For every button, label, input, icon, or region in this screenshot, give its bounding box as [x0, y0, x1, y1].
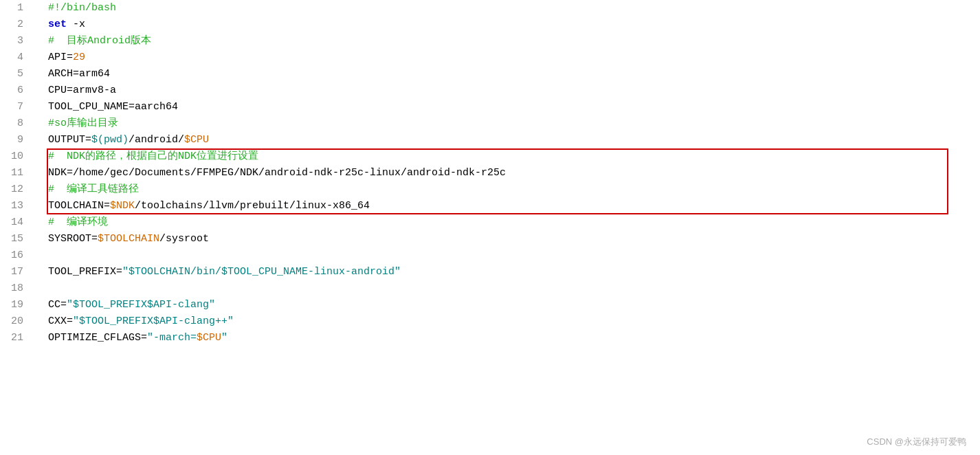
line-number: 15: [0, 231, 34, 247]
line-number: 14: [0, 214, 34, 231]
line-number: 10: [0, 148, 34, 165]
code-line: 3# 目标Android版本: [0, 33, 980, 49]
code-line: 15SYSROOT=$TOOLCHAIN/sysroot: [0, 231, 980, 247]
code-container: 1#!/bin/bash2set -x3# 目标Android版本4API=29…: [0, 0, 980, 455]
line-number: 4: [0, 49, 34, 66]
watermark: CSDN @永远保持可爱鸭: [867, 436, 966, 448]
code-line: 16: [0, 247, 980, 264]
line-number: 1: [0, 0, 34, 16]
line-content: CXX="$TOOL_PREFIX$API-clang++": [34, 313, 980, 330]
line-content: TOOL_PREFIX="$TOOLCHAIN/bin/$TOOL_CPU_NA…: [34, 264, 980, 280]
line-number: 16: [0, 247, 34, 264]
line-content: CPU=armv8-a: [34, 82, 980, 99]
code-line: 8#so库输出目录: [0, 115, 980, 132]
code-line: 20CXX="$TOOL_PREFIX$API-clang++": [0, 313, 980, 330]
line-content: # 编译工具链路径: [34, 181, 980, 198]
line-number: 21: [0, 330, 34, 346]
code-line: 14# 编译环境: [0, 214, 980, 231]
line-number: 9: [0, 132, 34, 148]
line-content: TOOLCHAIN=$NDK/toolchains/llvm/prebuilt/…: [34, 198, 980, 214]
line-content: TOOL_CPU_NAME=aarch64: [34, 99, 980, 115]
code-line: 4API=29: [0, 49, 980, 66]
line-number: 11: [0, 165, 34, 181]
code-line: 7TOOL_CPU_NAME=aarch64: [0, 99, 980, 115]
line-number: 5: [0, 66, 34, 82]
line-number: 6: [0, 82, 34, 99]
line-content: SYSROOT=$TOOLCHAIN/sysroot: [34, 231, 980, 247]
line-content: # 目标Android版本: [34, 33, 980, 49]
code-line: 18: [0, 280, 980, 297]
line-number: 2: [0, 16, 34, 33]
code-line: 13TOOLCHAIN=$NDK/toolchains/llvm/prebuil…: [0, 198, 980, 214]
line-number: 18: [0, 280, 34, 297]
code-line: 1#!/bin/bash: [0, 0, 980, 16]
code-line: 10# NDK的路径，根据自己的NDK位置进行设置: [0, 148, 980, 165]
code-line: 6CPU=armv8-a: [0, 82, 980, 99]
line-content: #!/bin/bash: [34, 0, 980, 16]
line-content: OPTIMIZE_CFLAGS="-march=$CPU": [34, 330, 980, 346]
line-content: set -x: [34, 16, 980, 33]
line-number: 7: [0, 99, 34, 115]
line-number: 12: [0, 181, 34, 198]
line-content: [34, 280, 980, 297]
line-number: 8: [0, 115, 34, 132]
line-content: # NDK的路径，根据自己的NDK位置进行设置: [34, 148, 980, 165]
line-content: CC="$TOOL_PREFIX$API-clang": [34, 297, 980, 313]
line-number: 13: [0, 198, 34, 214]
code-line: 11NDK=/home/gec/Documents/FFMPEG/NDK/and…: [0, 165, 980, 181]
line-content: # 编译环境: [34, 214, 980, 231]
code-table: 1#!/bin/bash2set -x3# 目标Android版本4API=29…: [0, 0, 980, 346]
code-line: 12# 编译工具链路径: [0, 181, 980, 198]
line-number: 17: [0, 264, 34, 280]
line-content: #so库输出目录: [34, 115, 980, 132]
code-line: 9OUTPUT=$(pwd)/android/$CPU: [0, 132, 980, 148]
line-number: 3: [0, 33, 34, 49]
code-line: 19CC="$TOOL_PREFIX$API-clang": [0, 297, 980, 313]
line-content: NDK=/home/gec/Documents/FFMPEG/NDK/andro…: [34, 165, 980, 181]
line-content: [34, 247, 980, 264]
code-line: 17TOOL_PREFIX="$TOOLCHAIN/bin/$TOOL_CPU_…: [0, 264, 980, 280]
line-number: 20: [0, 313, 34, 330]
code-line: 5ARCH=arm64: [0, 66, 980, 82]
line-content: API=29: [34, 49, 980, 66]
line-number: 19: [0, 297, 34, 313]
line-content: ARCH=arm64: [34, 66, 980, 82]
code-line: 21OPTIMIZE_CFLAGS="-march=$CPU": [0, 330, 980, 346]
line-content: OUTPUT=$(pwd)/android/$CPU: [34, 132, 980, 148]
code-line: 2set -x: [0, 16, 980, 33]
